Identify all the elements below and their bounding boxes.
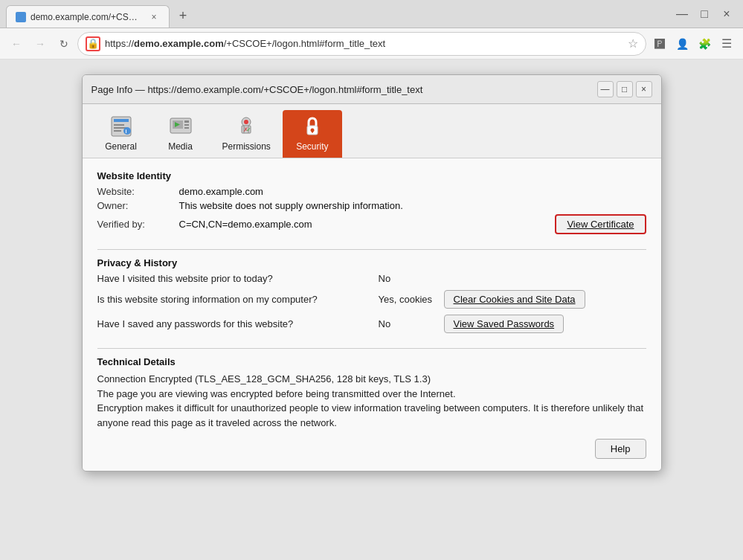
verified-row: Verified by: C=CN,CN=demo.example.com Vi… — [97, 214, 646, 234]
svg-rect-11 — [184, 120, 189, 123]
tab-security-label: Security — [296, 141, 328, 152]
svg-text:✓: ✓ — [246, 126, 251, 133]
visited-row: Have I visited this website prior to tod… — [97, 273, 646, 284]
svg-point-5 — [123, 127, 131, 135]
verified-value: C=CN,CN=demo.example.com — [179, 219, 312, 230]
new-tab-button[interactable]: + — [173, 5, 193, 26]
bookmark-star-icon[interactable]: ☆ — [628, 36, 638, 51]
dialog-controls: — □ × — [597, 81, 652, 97]
window-close-button[interactable]: × — [716, 4, 737, 25]
visited-answer: No — [379, 273, 438, 284]
technical-section-title: Technical Details — [97, 356, 646, 367]
passwords-row: Have I saved any passwords for this webs… — [97, 315, 646, 333]
clear-cookies-button[interactable]: Clear Cookies and Site Data — [444, 290, 585, 309]
url-domain: demo.example.com — [134, 38, 224, 49]
pocket-button[interactable]: 🅿 — [649, 33, 670, 54]
dialog-body: Website Identity Website: demo.example.c… — [83, 158, 661, 471]
technical-section: Technical Details Connection Encrypted (… — [97, 356, 646, 430]
dialog-minimize-button[interactable]: — — [597, 81, 614, 97]
cookies-answer: Yes, cookies — [379, 294, 438, 305]
identity-section-title: Website Identity — [97, 170, 646, 181]
lock-icon-wrapper: 🔒 — [86, 36, 100, 51]
dialog-titlebar: Page Info — https://demo.example.com/+CS… — [83, 75, 661, 104]
address-bar[interactable]: 🔒 https://demo.example.com/+CSCOE+/logon… — [77, 32, 646, 56]
tab-media-label: Media — [168, 141, 193, 152]
passwords-answer: No — [379, 318, 438, 329]
owner-label: Owner: — [97, 200, 179, 211]
website-label: Website: — [97, 186, 179, 197]
svg-rect-2 — [114, 124, 124, 126]
dialog-overlay: Page Info — https://demo.example.com/+CS… — [0, 59, 743, 560]
general-icon-svg: i — [109, 115, 133, 138]
window-maximize-button[interactable]: □ — [694, 4, 715, 25]
svg-rect-23 — [312, 130, 313, 133]
view-certificate-button[interactable]: View Certificate — [555, 214, 646, 234]
dialog-close-button[interactable]: × — [636, 81, 652, 97]
browser-content: Page Info — https://demo.example.com/+CS… — [0, 59, 743, 560]
section-divider-1 — [97, 249, 646, 250]
privacy-section-title: Privacy & History — [97, 257, 646, 268]
media-tab-icon — [169, 115, 193, 138]
security-icon-svg — [300, 115, 324, 138]
back-button[interactable]: ← — [6, 33, 27, 54]
view-saved-passwords-button[interactable]: View Saved Passwords — [444, 315, 565, 333]
permissions-tab-icon: ✗ ✓ — [234, 115, 258, 138]
dialog-title: Page Info — https://demo.example.com/+CS… — [91, 84, 423, 95]
browser-toolbar: ← → ↻ 🔒 https://demo.example.com/+CSCOE+… — [0, 28, 743, 59]
tab-favicon — [16, 12, 26, 22]
browser-frame: demo.example.com/+CSCOE × + — □ × ← → ↻ … — [0, 0, 743, 560]
tab-general-label: General — [105, 141, 137, 152]
passwords-question: Have I saved any passwords for this webs… — [97, 318, 373, 329]
forward-button[interactable]: → — [30, 33, 51, 54]
address-text: https://demo.example.com/+CSCOE+/logon.h… — [105, 38, 623, 49]
tab-security[interactable]: Security — [283, 110, 342, 158]
technical-line-3: Encryption makes it difficult for unauth… — [97, 401, 646, 430]
tab-permissions[interactable]: ✗ ✓ Permissions — [210, 110, 283, 158]
technical-line-1: Connection Encrypted (TLS_AES_128_GCM_SH… — [97, 372, 646, 387]
svg-rect-1 — [114, 119, 129, 122]
tab-title: demo.example.com/+CSCOE — [30, 12, 144, 22]
technical-line-2: The page you are viewing was encrypted b… — [97, 387, 646, 402]
media-icon-svg — [169, 115, 193, 138]
dialog-maximize-button[interactable]: □ — [617, 81, 633, 97]
owner-value: This website does not supply ownership i… — [179, 200, 646, 211]
identity-section: Website Identity Website: demo.example.c… — [97, 170, 646, 234]
privacy-section: Privacy & History Have I visited this we… — [97, 257, 646, 333]
owner-row: Owner: This website does not supply owne… — [97, 200, 646, 211]
reload-button[interactable]: ↻ — [54, 33, 74, 54]
section-divider-2 — [97, 348, 646, 349]
help-button[interactable]: Help — [595, 439, 646, 459]
cookies-question: Is this website storing information on m… — [97, 294, 373, 305]
tab-media[interactable]: Media — [151, 110, 210, 158]
dialog-tab-bar: i General — [83, 104, 661, 158]
svg-rect-12 — [184, 124, 189, 126]
website-row: Website: demo.example.com — [97, 186, 646, 197]
svg-point-16 — [244, 120, 248, 124]
tab-general[interactable]: i General — [91, 110, 151, 158]
security-tab-icon — [300, 115, 324, 138]
permissions-icon-svg: ✗ ✓ — [234, 115, 258, 138]
profile-button[interactable]: 👤 — [672, 33, 692, 54]
tab-bar: demo.example.com/+CSCOE × + — □ × — [0, 0, 743, 28]
visited-question: Have I visited this website prior to tod… — [97, 273, 373, 284]
svg-rect-4 — [114, 130, 121, 132]
tab-close-button[interactable]: × — [148, 11, 160, 23]
extensions-button[interactable]: 🧩 — [694, 33, 715, 54]
tab-permissions-label: Permissions — [222, 141, 271, 152]
svg-text:i: i — [125, 129, 126, 134]
general-tab-icon: i — [109, 115, 133, 138]
cookies-row: Is this website storing information on m… — [97, 290, 646, 309]
website-value: demo.example.com — [179, 186, 646, 197]
verified-label: Verified by: — [97, 219, 179, 230]
page-info-dialog: Page Info — https://demo.example.com/+CS… — [82, 74, 662, 472]
svg-rect-13 — [184, 127, 189, 129]
toolbar-right-buttons: 🅿 👤 🧩 ☰ — [649, 33, 737, 54]
lock-icon: 🔒 — [87, 38, 99, 49]
verified-left: Verified by: C=CN,CN=demo.example.com — [97, 219, 312, 230]
browser-tab[interactable]: demo.example.com/+CSCOE × — [6, 5, 170, 28]
menu-button[interactable]: ☰ — [716, 33, 737, 54]
window-minimize-button[interactable]: — — [672, 4, 692, 25]
help-row: Help — [97, 439, 646, 459]
